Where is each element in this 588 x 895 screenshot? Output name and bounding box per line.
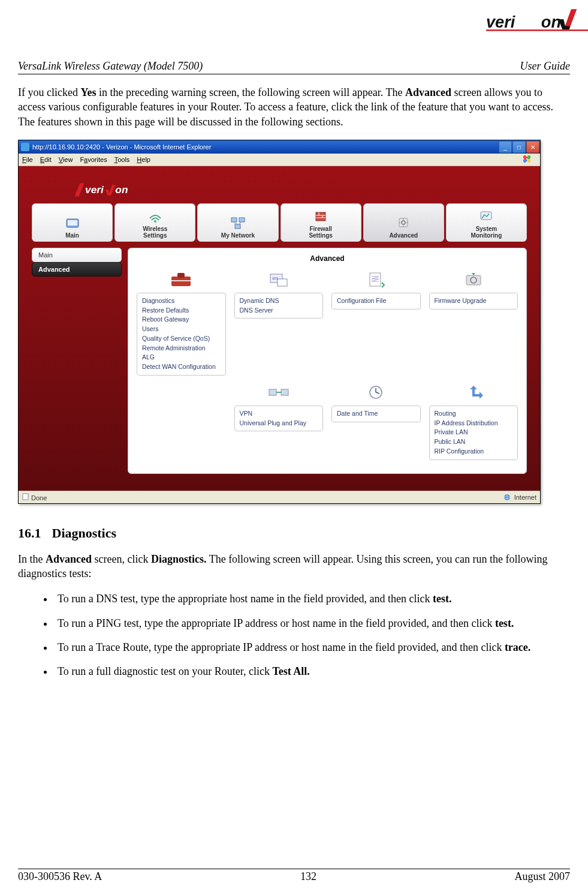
link-users[interactable]: Users bbox=[142, 325, 221, 334]
link-upnp[interactable]: Universal Plug and Play bbox=[240, 419, 318, 428]
top-nav: Main Wireless Settings My Network bbox=[32, 203, 527, 242]
menu-edit[interactable]: Edit bbox=[40, 156, 52, 163]
cell-empty bbox=[137, 382, 226, 460]
svg-rect-30 bbox=[269, 389, 276, 395]
cell-firmware: Firmware Upgrade bbox=[429, 269, 518, 376]
feature-grid: Diagnostics Restore Defaults Reboot Gate… bbox=[137, 269, 518, 460]
section-number: 16.1 bbox=[18, 525, 41, 540]
gear-icon bbox=[395, 215, 412, 231]
network-icon bbox=[230, 215, 246, 231]
close-button[interactable]: ✕ bbox=[526, 141, 539, 153]
cell-dns: 101 Dynamic DNS DNS Server bbox=[234, 269, 324, 376]
nav-label: Advanced bbox=[389, 232, 418, 239]
window-titlebar[interactable]: http://10.16.90.10:2420 - Verizon - Micr… bbox=[19, 140, 540, 154]
maximize-button[interactable]: □ bbox=[512, 141, 526, 153]
sidebar-item-advanced[interactable]: Advanced bbox=[32, 262, 122, 277]
link-diagnostics[interactable]: Diagnostics bbox=[142, 296, 221, 306]
svg-text:on: on bbox=[541, 12, 561, 31]
body-row: Main Advanced Advanced bbox=[32, 248, 527, 474]
link-dynamic-dns[interactable]: Dynamic DNS bbox=[240, 296, 318, 306]
links-col4-top: Firmware Upgrade bbox=[429, 293, 518, 310]
svg-rect-25 bbox=[278, 279, 287, 286]
list-item: To run a full diagnostic test on your Ro… bbox=[54, 664, 570, 678]
monitor-icon bbox=[478, 209, 494, 224]
menu-help[interactable]: Help bbox=[137, 156, 150, 163]
link-date-time[interactable]: Date and Time bbox=[337, 409, 415, 419]
section-title: Diagnostics bbox=[52, 525, 117, 540]
link-qos[interactable]: Quality of Service (QoS) bbox=[142, 334, 221, 344]
svg-rect-10 bbox=[235, 224, 240, 229]
link-alg[interactable]: ALG bbox=[142, 353, 221, 362]
clock-icon bbox=[363, 382, 389, 403]
router-ui-content: veri on Main Wireless Settings bbox=[19, 166, 540, 491]
list-item: To run a PING test, type the appropriate… bbox=[54, 616, 570, 630]
routing-icon bbox=[460, 382, 487, 403]
verizon-logo-inline: veri on bbox=[74, 182, 527, 199]
vpn-icon bbox=[266, 382, 292, 403]
menu-file[interactable]: File bbox=[22, 156, 33, 163]
window-buttons: _ □ ✕ bbox=[499, 140, 540, 153]
cell-routing: Routing IP Address Distribution Private … bbox=[429, 382, 518, 460]
minimize-button[interactable]: _ bbox=[499, 141, 512, 153]
header-left: VersaLink Wireless Gateway (Model 7500) bbox=[18, 60, 203, 73]
link-ip-distribution[interactable]: IP Address Distribution bbox=[435, 419, 513, 428]
nav-main[interactable]: Main bbox=[32, 203, 113, 242]
svg-rect-8 bbox=[231, 218, 237, 222]
svg-text:101: 101 bbox=[272, 277, 279, 280]
link-reboot-gateway[interactable]: Reboot Gateway bbox=[142, 315, 221, 325]
sidebar-item-main[interactable]: Main bbox=[32, 248, 122, 262]
nav-network[interactable]: My Network bbox=[197, 203, 278, 242]
svg-text:veri: veri bbox=[486, 12, 516, 31]
firmware-icon bbox=[460, 269, 487, 290]
footer-right: August 2007 bbox=[514, 870, 570, 883]
links-col3-top: Configuration File bbox=[331, 293, 421, 310]
link-remote-admin[interactable]: Remote Administration bbox=[142, 344, 221, 353]
links-col2-top: Dynamic DNS DNS Server bbox=[234, 293, 324, 319]
status-right: Internet bbox=[503, 494, 536, 501]
svg-rect-18 bbox=[399, 218, 408, 227]
firewall-icon bbox=[312, 209, 329, 224]
internet-zone-icon bbox=[503, 494, 511, 501]
link-detect-wan[interactable]: Detect WAN Configuration bbox=[142, 362, 221, 372]
svg-point-7 bbox=[154, 220, 156, 223]
nav-label: Wireless Settings bbox=[143, 226, 167, 239]
svg-text:veri: veri bbox=[85, 184, 104, 196]
svg-rect-23 bbox=[171, 280, 191, 281]
section-heading: 16.1Diagnostics bbox=[18, 525, 570, 541]
svg-rect-13 bbox=[316, 212, 325, 221]
svg-rect-27 bbox=[370, 273, 381, 286]
section-intro: In the Advanced screen, click Diagnostic… bbox=[18, 552, 570, 581]
cell-diagnostics: Diagnostics Restore Defaults Reboot Gate… bbox=[137, 269, 226, 376]
windows-flag-icon bbox=[522, 155, 532, 163]
ie-icon bbox=[21, 143, 29, 151]
link-restore-defaults[interactable]: Restore Defaults bbox=[142, 306, 221, 316]
svg-rect-9 bbox=[239, 218, 245, 222]
nav-firewall[interactable]: Firewall Settings bbox=[281, 203, 361, 242]
footer-left: 030-300536 Rev. A bbox=[18, 870, 102, 883]
link-firmware-upgrade[interactable]: Firmware Upgrade bbox=[435, 296, 513, 306]
page-icon bbox=[22, 493, 29, 500]
nav-advanced[interactable]: Advanced bbox=[363, 203, 444, 242]
nav-wireless[interactable]: Wireless Settings bbox=[114, 203, 195, 242]
toolbox-icon bbox=[168, 269, 194, 290]
link-config-file[interactable]: Configuration File bbox=[337, 296, 415, 306]
menu-favorites[interactable]: Favorites bbox=[80, 156, 107, 163]
links-col2-bot: VPN Universal Plug and Play bbox=[234, 406, 324, 432]
page-footer: 030-300536 Rev. A 132 August 2007 bbox=[18, 869, 570, 883]
nav-label: System Monitoring bbox=[471, 226, 502, 239]
status-left: Done bbox=[22, 493, 47, 501]
link-vpn[interactable]: VPN bbox=[240, 409, 318, 419]
panel-title: Advanced bbox=[137, 254, 518, 263]
link-routing[interactable]: Routing bbox=[435, 409, 513, 419]
wireless-icon bbox=[147, 209, 164, 224]
menu-view[interactable]: View bbox=[59, 156, 73, 163]
svg-rect-6 bbox=[68, 220, 77, 226]
page-header: VersaLink Wireless Gateway (Model 7500) … bbox=[18, 60, 570, 74]
status-bar: Done Internet bbox=[19, 491, 540, 503]
nav-monitoring[interactable]: System Monitoring bbox=[446, 203, 527, 242]
link-private-lan[interactable]: Private LAN bbox=[435, 428, 513, 437]
menu-tools[interactable]: Tools bbox=[114, 156, 130, 163]
link-public-lan[interactable]: Public LAN bbox=[435, 437, 513, 447]
link-rip-config[interactable]: RIP Configuration bbox=[435, 447, 513, 456]
link-dns-server[interactable]: DNS Server bbox=[240, 306, 318, 316]
